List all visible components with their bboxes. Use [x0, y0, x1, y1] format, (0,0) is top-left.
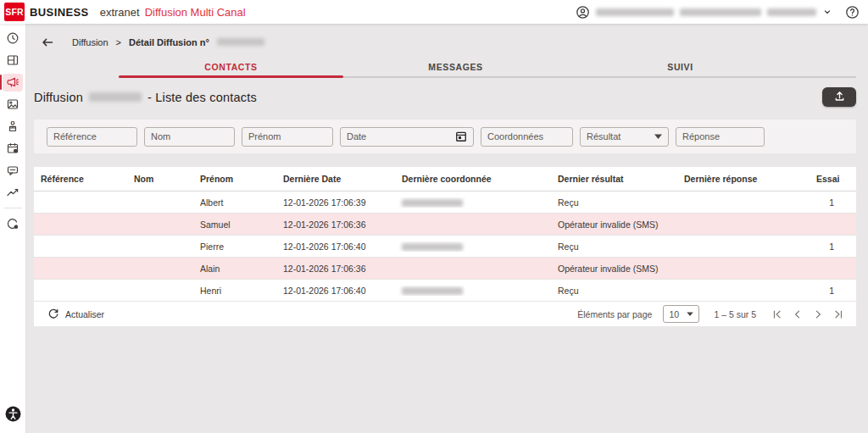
masked-coordinate — [402, 287, 463, 295]
filter-reponse[interactable] — [676, 127, 765, 147]
col-derniere-coordonnee: Dernière coordonnée — [395, 174, 551, 184]
cell-resultat: Reçu — [551, 241, 677, 252]
last-page-button[interactable] — [832, 308, 844, 320]
cell-date: 12-01-2026 17:06:40 — [276, 241, 395, 252]
sidebar-item-messages[interactable] — [0, 159, 26, 181]
table-row[interactable]: Albert 12-01-2026 17:06:39 Reçu 1 — [34, 192, 856, 214]
cell-prenom: Alain — [193, 264, 276, 274]
select-caret-icon — [687, 312, 693, 316]
cell-date: 12-01-2026 17:06:36 — [276, 264, 395, 274]
table-row[interactable]: Samuel 12-01-2026 17:06:36 Opérateur inv… — [34, 214, 856, 236]
dropdown-caret-icon[interactable] — [654, 134, 662, 139]
chevron-down-icon[interactable] — [822, 7, 832, 17]
filter-nom[interactable] — [144, 127, 235, 147]
help-icon[interactable] — [845, 5, 860, 19]
filter-reference[interactable] — [47, 127, 137, 147]
upload-icon — [833, 90, 846, 105]
sfr-logo[interactable]: SFR — [4, 3, 25, 21]
table-row[interactable]: Alain 12-01-2026 17:06:36 Opérateur inva… — [34, 258, 856, 280]
nom-input[interactable] — [151, 131, 228, 142]
export-button[interactable] — [822, 87, 856, 107]
page-title-suffix: - Liste des contacts — [147, 91, 257, 104]
product-label: extranet — [100, 6, 140, 19]
col-derniere-reponse: Dernière réponse — [677, 174, 810, 184]
tab-bar: CONTACTS MESSAGES SUIVI — [119, 56, 856, 78]
col-nom: Nom — [127, 174, 193, 184]
dashboard-icon — [3, 52, 23, 69]
filter-resultat[interactable] — [580, 127, 669, 147]
pager — [771, 308, 844, 320]
cell-resultat: Opérateur invalide (SMS) — [551, 264, 677, 274]
calendar-event-icon — [3, 140, 23, 158]
title-row: Diffusion - Liste des contacts — [34, 86, 856, 108]
reponse-input[interactable] — [682, 131, 758, 142]
trend-icon — [3, 184, 23, 202]
filter-date[interactable] — [340, 127, 474, 147]
col-derniere-date: Dernière Date — [276, 174, 395, 184]
tab-suivi[interactable]: SUIVI — [568, 56, 793, 76]
sidebar-item-campaigns[interactable] — [0, 71, 26, 93]
cell-resultat: Reçu — [551, 286, 677, 296]
filter-prenom[interactable] — [242, 127, 333, 147]
items-per-page-value: 10 — [669, 309, 679, 319]
table-row[interactable]: Henri 12-01-2026 17:06:40 Reçu 1 — [34, 280, 856, 302]
breadcrumb: Diffusion > Détail Diffusion n° — [34, 35, 856, 49]
sidebar-item-schedule[interactable] — [0, 137, 26, 159]
accessibility-button[interactable] — [0, 402, 26, 425]
app-name-label: Diffusion Multi Canal — [145, 6, 246, 19]
cell-prenom: Henri — [193, 286, 276, 296]
col-reference: Référence — [34, 174, 127, 184]
person-package-icon — [3, 118, 23, 136]
breadcrumb-separator: > — [116, 37, 121, 47]
user-account-icon[interactable] — [576, 5, 590, 19]
top-bar: SFR BUSINESS extranet Diffusion Multi Ca… — [0, 0, 868, 24]
cell-date: 12-01-2026 17:06:36 — [276, 219, 395, 230]
cell-essai: 1 — [810, 286, 856, 296]
resultat-input[interactable] — [587, 131, 654, 142]
reference-input[interactable] — [53, 131, 131, 142]
tab-contacts[interactable]: CONTACTS — [119, 56, 343, 76]
items-per-page-label: Éléments par page — [577, 309, 652, 319]
breadcrumb-section[interactable]: Diffusion — [72, 37, 108, 47]
masked-title-number — [89, 92, 142, 102]
sidebar-item-dashboard[interactable] — [0, 49, 26, 71]
campaign-icon — [3, 74, 23, 92]
contacts-table: Référence Nom Prénom Dernière Date Derni… — [34, 167, 856, 326]
col-prenom: Prénom — [193, 174, 276, 184]
sidebar-item-packages[interactable] — [0, 115, 26, 137]
topbar-right — [576, 5, 860, 19]
cell-essai: 1 — [810, 241, 856, 252]
next-page-button[interactable] — [811, 308, 824, 320]
cell-prenom: Albert — [193, 197, 276, 208]
accessibility-icon — [3, 405, 23, 423]
table-row[interactable]: Pierre 12-01-2026 17:06:40 Reçu 1 — [34, 236, 856, 258]
calendar-icon[interactable] — [455, 130, 467, 142]
previous-page-button[interactable] — [791, 308, 804, 320]
coordonnees-input[interactable] — [487, 131, 566, 142]
date-input[interactable] — [347, 131, 455, 142]
page-range-label: 1 – 5 sur 5 — [714, 309, 756, 319]
refresh-label: Actualiser — [65, 309, 104, 319]
refresh-button[interactable]: Actualiser — [47, 308, 104, 320]
items-per-page-select[interactable]: 10 — [663, 305, 699, 323]
history-icon — [3, 30, 23, 47]
cell-resultat: Opérateur invalide (SMS) — [551, 219, 677, 230]
breadcrumb-current: Détail Diffusion n° — [129, 37, 209, 47]
masked-coordinate — [402, 243, 463, 251]
cell-date: 12-01-2026 17:06:39 — [276, 197, 395, 208]
sidebar-item-stats[interactable] — [0, 181, 26, 203]
masked-diffusion-number — [217, 38, 264, 46]
app-window: SFR BUSINESS extranet Diffusion Multi Ca… — [0, 0, 868, 433]
sidebar-item-network[interactable] — [0, 213, 26, 235]
globe-badge-icon — [3, 215, 23, 233]
table-footer: Actualiser Éléments par page 10 1 – 5 su… — [34, 302, 856, 326]
tab-messages[interactable]: MESSAGES — [343, 56, 568, 76]
back-arrow-icon[interactable] — [41, 36, 54, 49]
first-page-button[interactable] — [771, 308, 783, 320]
filter-coordonnees[interactable] — [481, 127, 573, 147]
page-title-prefix: Diffusion — [34, 91, 83, 104]
cell-prenom: Samuel — [193, 219, 276, 230]
sidebar-item-media[interactable] — [0, 93, 26, 115]
sidebar-item-history[interactable] — [0, 27, 26, 49]
prenom-input[interactable] — [248, 131, 326, 142]
